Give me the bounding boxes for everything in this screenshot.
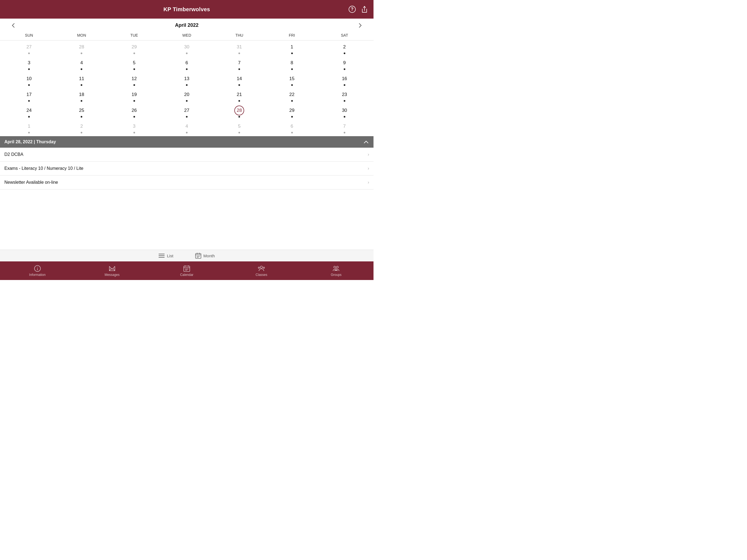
cell-number: 3 bbox=[24, 58, 34, 68]
tab-bar: Information Messages Calendar Classes bbox=[0, 261, 374, 280]
calendar-cell[interactable]: 31 bbox=[213, 41, 265, 56]
day-header-sun: SUN bbox=[3, 32, 55, 39]
cell-dot bbox=[238, 116, 240, 118]
svg-point-23 bbox=[263, 267, 265, 268]
calendar-cell[interactable]: 25 bbox=[55, 104, 108, 120]
calendar-cell[interactable]: 28 bbox=[55, 41, 108, 56]
calendar-cell[interactable]: 6 bbox=[265, 120, 318, 136]
svg-point-24 bbox=[334, 266, 336, 268]
cell-number: 28 bbox=[234, 105, 244, 116]
share-button[interactable] bbox=[361, 5, 368, 13]
tab-information[interactable]: Information bbox=[0, 265, 75, 277]
cell-number: 25 bbox=[77, 105, 86, 116]
event-item[interactable]: Newsletter Available on-line› bbox=[0, 176, 374, 189]
calendar-cell[interactable]: 20 bbox=[160, 88, 213, 104]
calendar-cell[interactable]: 7 bbox=[213, 56, 265, 72]
cell-dot bbox=[344, 132, 345, 133]
calendar-cell[interactable]: 3 bbox=[108, 120, 160, 136]
svg-point-21 bbox=[260, 266, 262, 268]
cell-dot bbox=[81, 52, 82, 54]
list-view-button[interactable]: List bbox=[159, 253, 173, 259]
calendar-cell[interactable]: 21 bbox=[213, 88, 265, 104]
cell-number: 29 bbox=[129, 42, 139, 52]
calendar-cell[interactable]: 7 bbox=[318, 120, 371, 136]
calendar-cell[interactable]: 11 bbox=[55, 72, 108, 88]
cell-dot bbox=[186, 84, 187, 86]
calendar-cell[interactable]: 23 bbox=[318, 88, 371, 104]
calendar-cell[interactable]: 19 bbox=[108, 88, 160, 104]
cell-number: 15 bbox=[287, 74, 297, 84]
event-name: Newsletter Available on-line bbox=[4, 180, 58, 185]
selected-date-bar: April 28, 2022 | Thursday bbox=[0, 136, 374, 148]
tab-classes[interactable]: Classes bbox=[224, 265, 299, 277]
cell-number: 3 bbox=[129, 121, 139, 131]
info-icon bbox=[34, 265, 41, 272]
calendar-cell[interactable]: 27 bbox=[3, 41, 55, 56]
cell-dot bbox=[81, 132, 82, 133]
day-header-thu: THU bbox=[213, 32, 265, 39]
cell-number: 11 bbox=[77, 74, 86, 84]
cell-number: 4 bbox=[77, 58, 86, 68]
cell-dot bbox=[28, 100, 30, 102]
calendar-cell[interactable]: 29 bbox=[265, 104, 318, 120]
event-item[interactable]: D2 DCBA› bbox=[0, 148, 374, 161]
cell-dot bbox=[133, 52, 135, 54]
cell-dot bbox=[133, 84, 135, 86]
calendar-cell[interactable]: 5 bbox=[213, 120, 265, 136]
cell-number: 8 bbox=[287, 58, 297, 68]
tab-groups-label: Groups bbox=[331, 273, 341, 277]
cell-number: 9 bbox=[340, 58, 350, 68]
calendar-cell[interactable]: 24 bbox=[3, 104, 55, 120]
cell-dot bbox=[344, 84, 345, 86]
cell-dot bbox=[238, 68, 240, 70]
list-icon bbox=[159, 253, 164, 258]
month-view-button[interactable]: Month bbox=[195, 253, 215, 259]
calendar-cell[interactable]: 30 bbox=[318, 104, 371, 120]
calendar-cell[interactable]: 6 bbox=[160, 56, 213, 72]
calendar-cell[interactable]: 3 bbox=[3, 56, 55, 72]
cell-dot bbox=[81, 116, 82, 118]
cell-number: 31 bbox=[234, 42, 244, 52]
calendar-cell[interactable]: 1 bbox=[3, 120, 55, 136]
calendar-cell[interactable]: 9 bbox=[318, 56, 371, 72]
calendar-cell[interactable]: 16 bbox=[318, 72, 371, 88]
cell-dot bbox=[344, 100, 345, 102]
calendar-cell[interactable]: 4 bbox=[55, 56, 108, 72]
cell-number: 23 bbox=[340, 90, 350, 100]
tab-calendar[interactable]: Calendar bbox=[149, 265, 224, 277]
cell-number: 16 bbox=[340, 74, 350, 84]
help-button[interactable]: ? bbox=[349, 5, 356, 13]
cell-dot bbox=[186, 132, 187, 133]
cell-dot bbox=[81, 84, 82, 86]
calendar-cell[interactable]: 10 bbox=[3, 72, 55, 88]
calendar-cell[interactable]: 26 bbox=[108, 104, 160, 120]
svg-text:?: ? bbox=[351, 7, 354, 11]
calendar-cell[interactable]: 2 bbox=[55, 120, 108, 136]
calendar-cell[interactable]: 17 bbox=[3, 88, 55, 104]
calendar-cell[interactable]: 28 bbox=[213, 104, 265, 120]
calendar-cell[interactable]: 18 bbox=[55, 88, 108, 104]
collapse-icon bbox=[363, 139, 369, 145]
calendar-cell[interactable]: 14 bbox=[213, 72, 265, 88]
messages-icon bbox=[108, 265, 115, 272]
next-month-button[interactable] bbox=[355, 20, 365, 31]
calendar-cell[interactable]: 4 bbox=[160, 120, 213, 136]
calendar-cell[interactable]: 27 bbox=[160, 104, 213, 120]
calendar-cell[interactable]: 8 bbox=[265, 56, 318, 72]
calendar-cell[interactable]: 12 bbox=[108, 72, 160, 88]
calendar-cell[interactable]: 1 bbox=[265, 41, 318, 56]
cell-dot bbox=[133, 116, 135, 118]
calendar-cell[interactable]: 30 bbox=[160, 41, 213, 56]
event-item[interactable]: Exams - Literacy 10 / Numeracy 10 / Lite… bbox=[0, 161, 374, 176]
tab-groups[interactable]: Groups bbox=[299, 265, 374, 277]
tab-messages[interactable]: Messages bbox=[75, 265, 149, 277]
calendar-cell[interactable]: 5 bbox=[108, 56, 160, 72]
calendar-cell[interactable]: 2 bbox=[318, 41, 371, 56]
calendar-cell[interactable]: 22 bbox=[265, 88, 318, 104]
cell-dot bbox=[291, 52, 293, 54]
prev-month-button[interactable] bbox=[8, 20, 19, 31]
cell-dot bbox=[28, 68, 30, 70]
calendar-cell[interactable]: 15 bbox=[265, 72, 318, 88]
calendar-cell[interactable]: 29 bbox=[108, 41, 160, 56]
calendar-cell[interactable]: 13 bbox=[160, 72, 213, 88]
